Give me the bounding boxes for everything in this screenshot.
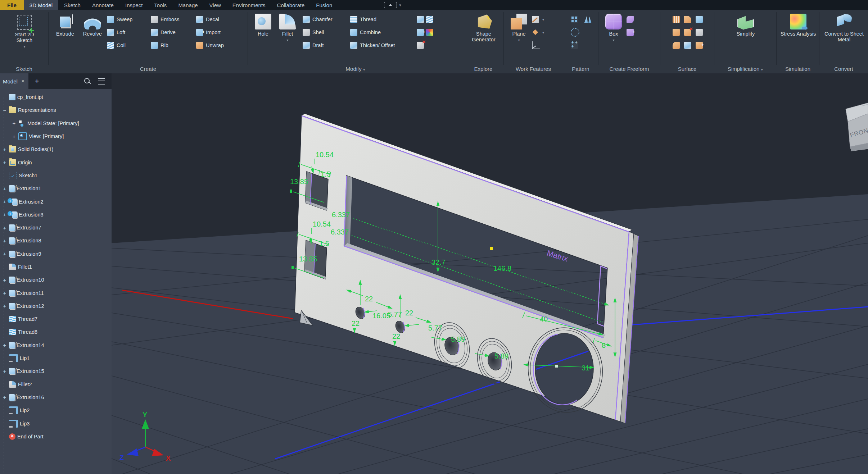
expand-toggle[interactable]: − (2, 107, 7, 113)
dim-40[interactable]: 40 (540, 315, 548, 323)
menu-tab[interactable]: View (204, 0, 227, 10)
simplify-button[interactable]: Simplify (729, 13, 762, 63)
menu-tab[interactable]: Fusion (310, 0, 338, 10)
convert-to-sheet-metal-button[interactable]: Convert to Sheet Metal (823, 13, 866, 63)
bend-part-icon[interactable] (426, 16, 433, 23)
stitch-button[interactable] (673, 13, 680, 26)
dim-1.5-a[interactable]: 1.5 (321, 170, 331, 178)
tree-item[interactable]: + Solid Bodies(1) (0, 143, 112, 156)
tree-item[interactable]: Fillet1 (0, 260, 112, 273)
expand-toggle[interactable]: + (2, 342, 7, 348)
expand-toggle[interactable]: + (2, 225, 7, 231)
add-tab-button[interactable]: + (35, 77, 39, 86)
tree-item[interactable]: + Extrusion3 (0, 208, 112, 221)
shape-generator-button[interactable]: Shape Generator (468, 13, 499, 63)
circular-pattern-button[interactable] (571, 26, 579, 39)
menu-tab[interactable]: 3D Model (24, 0, 58, 10)
derive-button[interactable]: Derive (151, 26, 195, 39)
tree-item[interactable]: cp_front.ipt (0, 91, 112, 104)
freeform-box-button[interactable]: Box ▾ (602, 13, 625, 63)
expand-toggle[interactable]: + (2, 251, 7, 257)
coil-button[interactable]: Coil (107, 39, 149, 52)
yellow-point-marker[interactable] (490, 247, 493, 250)
expand-toggle[interactable]: + (2, 146, 7, 152)
dim-5.89-a[interactable]: 5.89 (451, 335, 465, 343)
tree-item[interactable]: + Extrusion14 (0, 339, 112, 352)
split-icon[interactable] (417, 16, 424, 23)
emboss-button[interactable]: Emboss (151, 13, 195, 26)
ribbon-collapse-control[interactable]: ▾ (384, 0, 401, 10)
decal-button[interactable]: Decal (196, 13, 242, 26)
dim-5.77-b[interactable]: 5.77 (428, 324, 442, 332)
dim-31[interactable]: 31 (582, 364, 589, 372)
freeform-face-button[interactable] (627, 13, 634, 26)
chevron-down-icon[interactable]: ▾ (23, 44, 25, 50)
copy-object-icon[interactable] (417, 29, 424, 36)
chevron-down-icon[interactable]: ▾ (542, 18, 544, 22)
loft-button[interactable]: Loft (107, 26, 149, 39)
expand-toggle[interactable]: + (2, 199, 7, 205)
tree-item[interactable]: End of Part (0, 430, 112, 443)
sweep-button[interactable]: Sweep (107, 13, 149, 26)
combine-button[interactable]: Combine (350, 26, 414, 39)
hamburger-menu-icon[interactable] (98, 78, 105, 85)
rectangular-pattern-button[interactable] (571, 13, 579, 26)
chevron-down-icon[interactable]: ▾ (518, 37, 520, 43)
hole-button[interactable]: Hole (252, 13, 275, 63)
expand-toggle[interactable]: + (2, 368, 7, 374)
dim-22-a[interactable]: 22 (365, 295, 373, 303)
expand-toggle[interactable]: + (2, 394, 7, 400)
thicken-offset-button[interactable]: Thicken/ Offset (350, 39, 414, 52)
panel-label-simplification[interactable]: Simplification ▾ (714, 66, 776, 72)
convert-to-freeform-button[interactable] (627, 26, 634, 39)
dim-10.54-a[interactable]: 10.54 (316, 151, 334, 159)
plane-button[interactable]: Plane ▾ (507, 13, 530, 63)
panel-label-modify[interactable]: Modify ▾ (248, 66, 463, 72)
dim-6.337-b[interactable]: 6.337 (331, 228, 349, 236)
tree-item[interactable]: Lip2 (0, 404, 112, 417)
unwrap-button[interactable]: Unwrap (196, 39, 242, 52)
tree-item[interactable]: + Extrusion7 (0, 221, 112, 234)
tree-item[interactable]: Thread8 (0, 325, 112, 338)
menu-tab[interactable]: Environments (227, 0, 271, 10)
close-icon[interactable]: × (21, 78, 25, 85)
tree-item[interactable]: + Model State: [Primary] (0, 117, 112, 130)
stress-analysis-button[interactable]: Stress Analysis (780, 13, 816, 63)
browser-tab-model[interactable]: Model × (0, 73, 28, 89)
tree-item[interactable]: + Extrusion11 (0, 286, 112, 299)
dim-5.89-b[interactable]: 5.89 (494, 352, 508, 360)
tree-item[interactable]: Lip3 (0, 417, 112, 430)
fillet-button[interactable]: Fillet ▾ (276, 13, 299, 63)
tree-item[interactable]: + Origin (0, 156, 112, 169)
ruled-surface-button[interactable] (684, 13, 691, 26)
trim-button[interactable] (684, 26, 691, 39)
tree-item[interactable]: + Extrusion15 (0, 365, 112, 378)
tree-item[interactable]: Fillet2 (0, 378, 112, 391)
search-icon[interactable] (84, 78, 91, 85)
dim-22-b[interactable]: 22 (352, 319, 360, 327)
menu-tab[interactable]: Tools (148, 0, 172, 10)
rib-button[interactable]: Rib (151, 39, 195, 52)
dim-13.85-a[interactable]: 13.85 (290, 178, 308, 186)
tree-item[interactable]: + View: [Primary] (0, 130, 112, 143)
thicken-surface-button[interactable] (696, 39, 703, 52)
menu-tab[interactable]: Annotate (86, 0, 119, 10)
chevron-down-icon[interactable]: ▾ (612, 37, 614, 43)
tree-item[interactable]: + Extrusion1 (0, 182, 112, 195)
expand-toggle[interactable]: + (12, 133, 17, 140)
dim-146.8[interactable]: 146.8 (493, 264, 511, 272)
ucs-button[interactable] (532, 39, 544, 52)
import-button[interactable]: Import (196, 26, 242, 39)
tree-item[interactable]: Lip1 (0, 352, 112, 365)
dim-32.7[interactable]: 32.7 (431, 258, 446, 266)
thread-button[interactable]: Thread (350, 13, 414, 26)
dim-6.337-a[interactable]: 6.337 (332, 211, 350, 219)
expand-toggle[interactable]: + (2, 277, 7, 283)
tree-item[interactable]: + Extrusion8 (0, 234, 112, 247)
point-button[interactable]: ▾ (532, 26, 544, 39)
expand-toggle[interactable]: + (2, 211, 7, 218)
start-2d-sketch-button[interactable]: Start 2D Sketch ▾ (12, 13, 37, 63)
boundary-patch-button[interactable] (673, 26, 680, 39)
menu-tab[interactable]: Manage (172, 0, 203, 10)
expand-toggle[interactable]: + (12, 120, 17, 126)
